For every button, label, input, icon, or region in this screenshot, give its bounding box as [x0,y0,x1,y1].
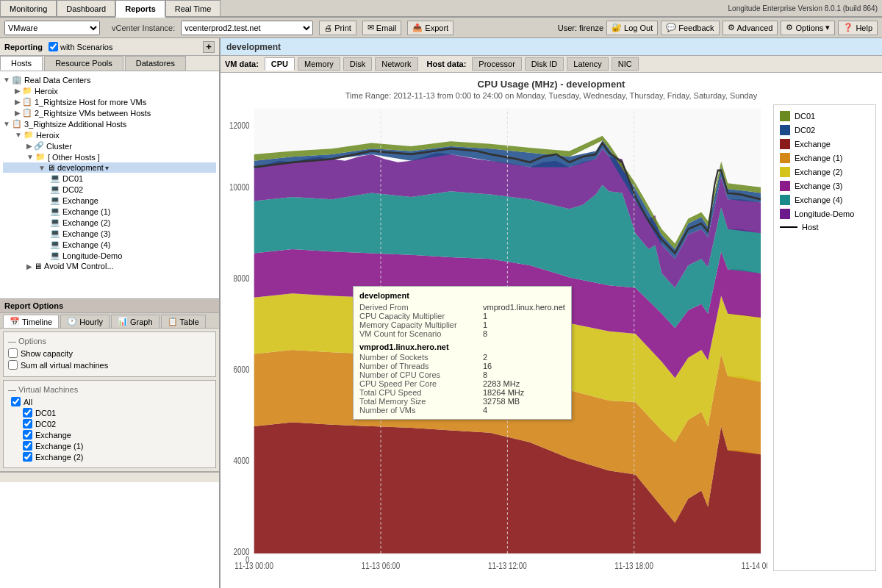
svg-text:12000: 12000 [229,121,249,130]
expand-icon[interactable]: ▶ [15,87,21,95]
tab-processor[interactable]: Processor [472,57,522,71]
tree-item-avoidvmcontrol[interactable]: ▶ 🖥 Avoid VM Control... [3,261,216,271]
folder-icon: 📁 [24,130,34,140]
tab-latency[interactable]: Latency [567,57,609,71]
tab-cpu[interactable]: CPU [265,57,295,71]
svg-text:11-13 06:00: 11-13 06:00 [362,561,401,570]
expand-icon[interactable]: ▼ [3,76,10,84]
vm-all-checkbox[interactable] [11,397,21,406]
tooltip-row-mem-cap: Memory Capacity Multiplier 1 [359,320,565,329]
vm-exchange1-checkbox[interactable] [23,441,32,451]
expand-icon[interactable]: ▶ [15,109,21,117]
expand-icon[interactable]: ▼ [15,131,22,139]
tree-container[interactable]: ▼ 🏢 Real Data Centers ▶ 📁 Heroix ▶ 📋 1_R… [0,71,219,299]
vm-all-label: All [24,398,32,406]
export-button[interactable]: 📤 Export [407,21,453,35]
tab-graph[interactable]: 📊 Graph [111,315,159,328]
tab-timeline[interactable]: 📅 Timeline [3,315,59,328]
feedback-button[interactable]: 💬 Feedback [661,21,719,35]
sum-vms-checkbox[interactable] [8,360,18,370]
print-label: Print [334,24,351,32]
tab-realtime[interactable]: Real Time [165,0,221,16]
legend-label-exchange1: Exchange (1) [795,154,842,162]
legend-label-exchange2: Exchange (2) [795,168,842,176]
graph-icon: 📊 [118,317,128,326]
vm-exchange-checkbox[interactable] [23,430,32,440]
tab-disk[interactable]: Disk [343,57,372,71]
tree-item-scenario2[interactable]: ▶ 📋 2_Rightsize VMs between Hosts [3,107,216,118]
tab-hourly[interactable]: 🕐 Hourly [60,315,110,328]
advanced-button[interactable]: ⚙ Advanced [723,21,778,35]
vm-section-title: — Virtual Machines [8,385,211,394]
tree-item-exchange3[interactable]: 💻 Exchange (3) [3,228,216,239]
options-button[interactable]: ⚙ Options ▾ [781,21,835,35]
tab-nic[interactable]: NIC [612,57,639,71]
tab-network[interactable]: Network [375,57,417,71]
tree-item-development[interactable]: ▼ 🖥 development ▾ [3,162,216,173]
print-button[interactable]: 🖨 Print [319,21,356,35]
expand-icon[interactable]: ▼ [38,164,46,172]
legend-dc02: DC02 [780,125,870,135]
help-button[interactable]: ❓ Help [838,21,878,35]
vm-dc02-checkbox[interactable] [23,419,32,429]
legend-label-dc02: DC02 [795,126,815,135]
vm-dc01-checkbox[interactable] [23,408,32,417]
tree-item-heroix2[interactable]: ▼ 📁 Heroix [3,129,216,140]
tree-item-exchange1[interactable]: 💻 Exchange (1) [3,206,216,217]
tree-item-scenario3[interactable]: ▼ 📋 3_Rightsize Additional Hosts [3,118,216,129]
tree-item-dc01[interactable]: 💻 DC01 [3,173,216,184]
tree-item-otherhosts[interactable]: ▼ 📁 [ Other Hosts ] [3,151,216,162]
tab-hosts[interactable]: Hosts [0,56,43,71]
chart-legend: DC01 DC02 Exchange Exchange (1) [773,104,876,571]
svg-text:11-14 00:00: 11-14 00:00 [742,561,767,570]
email-button[interactable]: ✉ Email [362,21,402,35]
right-panel: development VM data: CPU Memory Disk Net… [220,38,882,588]
toolbar-right: User: firenze 🔐 Log Out 💬 Feedback ⚙ Adv… [558,21,878,35]
vcenter-select[interactable]: vcenterprod2.test.net [181,21,313,35]
legend-host: Host [780,223,870,232]
tree-item-exchange[interactable]: 💻 Exchange [3,195,216,206]
dev-title: development [226,42,281,52]
scenarios-checkbox[interactable] [49,42,58,51]
show-capacity-checkbox[interactable] [8,348,18,358]
tree-item-dc02[interactable]: 💻 DC02 [3,184,216,195]
tab-monitoring[interactable]: Monitoring [0,0,57,16]
tree-item-cluster[interactable]: ▶ 🔗 Cluster [3,140,216,151]
vmware-select[interactable]: VMware [4,21,100,35]
email-icon: ✉ [368,23,374,32]
datacenter-icon: 🏢 [12,75,22,85]
add-button[interactable]: + [203,41,215,53]
report-tabs: 📅 Timeline 🕐 Hourly 📊 Graph 📋 Table [0,313,219,329]
legend-dc01: DC01 [780,111,870,121]
expand-icon[interactable]: ▶ [26,142,32,150]
export-icon: 📤 [412,23,423,32]
tree-item-scenario1[interactable]: ▶ 📋 1_Rightsize Host for more VMs [3,96,216,107]
vm-icon: 💻 [50,207,60,216]
tree-item-longdemo[interactable]: 💻 Longitude-Demo [3,250,216,261]
tooltip-title: development [359,291,565,300]
tree-item-exchange2[interactable]: 💻 Exchange (2) [3,217,216,228]
legend-exchange1: Exchange (1) [780,153,870,163]
sub-tabs: Hosts Resource Pools Datastores [0,56,219,71]
tree-item-heroix1[interactable]: ▶ 📁 Heroix [3,85,216,96]
expand-icon[interactable]: ▼ [3,120,10,128]
svg-text:10000: 10000 [229,182,249,192]
vm-exchange2-checkbox[interactable] [23,452,32,462]
tab-datastores[interactable]: Datastores [125,56,186,71]
tree-item-exchange4[interactable]: 💻 Exchange (4) [3,239,216,250]
tooltip-rows: Derived From vmprod1.linux.hero.net CPU … [359,303,565,338]
logout-button[interactable]: 🔐 Log Out [606,21,658,35]
report-options-title: Report Options [0,299,219,313]
tab-diskid[interactable]: Disk ID [525,57,564,71]
expand-icon[interactable]: ▼ [26,153,34,161]
expand-icon[interactable]: ▶ [26,262,32,270]
tab-table[interactable]: 📋 Table [161,315,206,328]
expand-icon[interactable]: ▶ [15,98,21,106]
tab-dashboard[interactable]: Dashboard [57,0,115,16]
tab-reports[interactable]: Reports [115,0,165,18]
tab-memory[interactable]: Memory [298,57,340,71]
vm-exchange-label: Exchange [35,431,71,440]
tab-resource-pools[interactable]: Resource Pools [44,56,123,71]
bottom-scroll[interactable] [0,472,219,482]
tree-item-realdc[interactable]: ▼ 🏢 Real Data Centers [3,74,216,85]
